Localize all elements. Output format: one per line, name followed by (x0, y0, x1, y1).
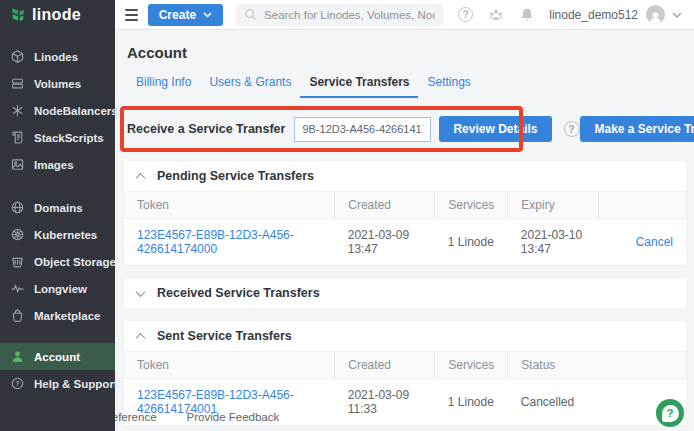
brand-name: linode (32, 6, 81, 24)
receive-help-icon[interactable]: ? (564, 121, 580, 137)
transfer-action-bar: Receive a Service Transfer Review Detail… (127, 112, 687, 146)
page-title: Account (127, 44, 687, 61)
user-menu-chevron-icon[interactable] (672, 12, 682, 18)
images-icon (10, 157, 25, 172)
nodebalancer-icon (10, 103, 25, 118)
column-header-services: Services (435, 192, 508, 219)
create-button[interactable]: Create (148, 4, 223, 26)
sidebar-item-label: Object Storage (34, 256, 116, 268)
sidebar-item-label: NodeBalancers (34, 105, 118, 117)
column-header-expiry: Expiry (508, 192, 599, 219)
help-fab-button[interactable]: ? (656, 399, 684, 427)
person-icon (10, 349, 25, 364)
column-header-services: Services (435, 352, 508, 379)
tab-service-transfers[interactable]: Service Transfers (300, 69, 418, 98)
sidebar-item-account[interactable]: Account (0, 343, 115, 370)
table-header-row: Token Created Services Status (124, 352, 686, 379)
cancel-link[interactable]: Cancel (636, 235, 673, 249)
pending-transfers-card: Pending Service Transfers Token Created … (123, 160, 687, 266)
sidebar-item-label: Help & Support (34, 378, 118, 390)
created-cell: 2021-03-09 11:33 (335, 379, 435, 426)
sidebar-item-label: Longview (34, 283, 87, 295)
svg-text:?: ? (15, 379, 20, 388)
review-details-button[interactable]: Review Details (439, 116, 551, 142)
topbar-right: ? linode_demo512 (443, 5, 682, 24)
sidebar-item-marketplace[interactable]: Marketplace (0, 302, 115, 329)
token-link[interactable]: 123E4567-E89B-12D3-A456-426614174000 (137, 228, 294, 256)
column-header-status: Status (508, 352, 686, 379)
sidebar-item-kubernetes[interactable]: Kubernetes (0, 221, 115, 248)
sidebar-item-help-support[interactable]: ? Help & Support (0, 370, 115, 397)
sidebar-item-label: Kubernetes (34, 229, 97, 241)
sidebar-item-volumes[interactable]: Volumes (0, 70, 115, 97)
avatar-person-icon (648, 11, 663, 24)
help-bubble-icon: ? (662, 405, 679, 422)
create-button-label: Create (159, 8, 196, 22)
sidebar-item-label: Domains (34, 202, 83, 214)
section-title: Received Service Transfers (157, 286, 320, 300)
sidebar-item-linodes[interactable]: Linodes (0, 43, 115, 70)
main-content: Account Billing Info Users & Grants Serv… (115, 30, 694, 431)
sidebar-item-images[interactable]: Images (0, 151, 115, 178)
column-header-token: Token (124, 192, 335, 219)
avatar[interactable] (646, 5, 665, 24)
linode-logo-icon (9, 6, 27, 24)
sidebar-item-label: Marketplace (34, 310, 100, 322)
sidebar-item-domains[interactable]: Domains (0, 194, 115, 221)
transfer-token-input[interactable] (294, 117, 431, 142)
column-header-token: Token (124, 352, 335, 379)
services-cell: 1 Linode (435, 219, 508, 266)
created-cell: 2021-03-09 13:47 (335, 219, 435, 266)
username[interactable]: linode_demo512 (549, 8, 638, 22)
pulse-icon (10, 281, 25, 296)
pending-transfers-table: Token Created Services Expiry 123E4567-E… (124, 191, 686, 265)
sidebar-group-gap (0, 178, 115, 194)
tab-billing-info[interactable]: Billing Info (127, 69, 200, 98)
pending-transfers-header[interactable]: Pending Service Transfers (124, 161, 686, 191)
tab-users-grants[interactable]: Users & Grants (200, 69, 300, 98)
bag-icon (10, 308, 25, 323)
collapse-chevron-up-icon (136, 172, 146, 182)
question-icon: ? (10, 376, 25, 391)
received-transfers-header[interactable]: Received Service Transfers (124, 278, 686, 308)
community-icon[interactable] (488, 7, 504, 23)
column-header-created: Created (335, 192, 435, 219)
stackscript-icon (10, 130, 25, 145)
notifications-bell-icon[interactable] (519, 7, 535, 23)
bucket-icon (10, 254, 25, 269)
sent-transfers-header[interactable]: Sent Service Transfers (124, 321, 686, 351)
section-title: Sent Service Transfers (157, 329, 292, 343)
search-bar[interactable] (236, 4, 443, 26)
sidebar-item-label: Linodes (34, 51, 78, 63)
sidebar-item-longview[interactable]: Longview (0, 275, 115, 302)
sidebar-group-gap (0, 329, 115, 343)
chevron-down-icon (203, 12, 212, 18)
hamburger-menu-icon[interactable] (125, 6, 138, 24)
tab-bar: Billing Info Users & Grants Service Tran… (127, 69, 687, 98)
sidebar-item-label: Images (34, 159, 74, 171)
collapse-chevron-down-icon (136, 287, 146, 297)
expiry-cell: 2021-03-10 13:47 (508, 219, 599, 266)
tab-settings[interactable]: Settings (418, 69, 479, 98)
search-input[interactable] (264, 9, 435, 21)
provide-feedback-link[interactable]: Provide Feedback (187, 411, 280, 423)
services-cell: 1 Linode (435, 379, 508, 426)
sidebar-nav: Linodes Volumes NodeBalancers StackScrip… (0, 30, 115, 397)
help-icon[interactable]: ? (458, 7, 473, 22)
topbar: Create ? linode_demo512 (115, 0, 694, 30)
volumes-icon (10, 76, 25, 91)
sidebar-item-nodebalancers[interactable]: NodeBalancers (0, 97, 115, 124)
sidebar-item-object-storage[interactable]: Object Storage (0, 248, 115, 275)
receive-transfer-label: Receive a Service Transfer (127, 122, 285, 136)
cube-icon (10, 49, 25, 64)
table-row: 123E4567-E89B-12D3-A456-426614174000 202… (124, 219, 686, 266)
sidebar-item-label: StackScripts (34, 132, 104, 144)
linode-logo[interactable]: linode (0, 0, 115, 30)
sidebar-item-label: Volumes (34, 78, 81, 90)
make-service-transfer-button[interactable]: Make a Service Transfer (580, 116, 694, 142)
sidebar-item-stackscripts[interactable]: StackScripts (0, 124, 115, 151)
column-header-created: Created (335, 352, 435, 379)
globe-icon (10, 200, 25, 215)
sidebar: linode Linodes Volumes NodeBalancers Sta… (0, 0, 115, 431)
sidebar-item-label: Account (34, 351, 80, 363)
